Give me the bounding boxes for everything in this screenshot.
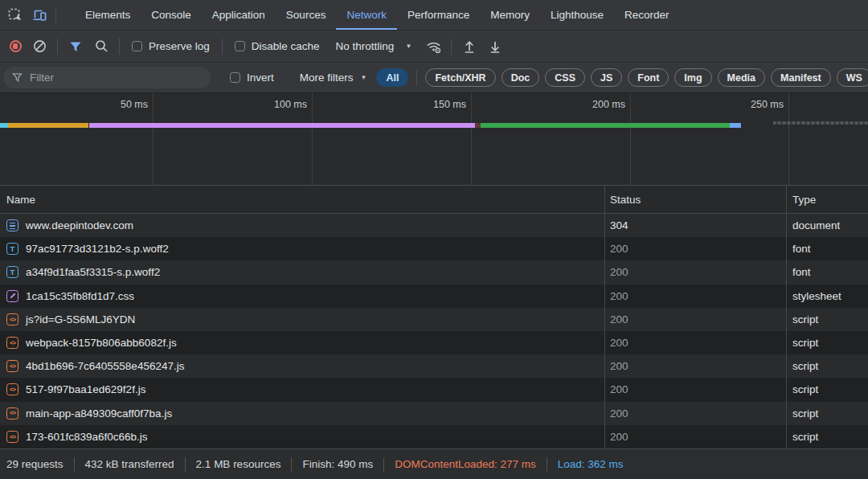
- table-row[interactable]: <>173-601fc839a6f0c66b.js200script: [0, 425, 868, 448]
- column-header-name[interactable]: Name: [0, 186, 604, 213]
- device-toolbar-button[interactable]: [27, 0, 51, 30]
- tab-sources[interactable]: Sources: [276, 0, 337, 30]
- tab-performance[interactable]: Performance: [397, 0, 480, 30]
- timeline-tick-label: 100 ms: [243, 99, 307, 110]
- network-conditions-button[interactable]: [421, 38, 445, 55]
- status-cell: 200: [604, 378, 786, 401]
- tab-console[interactable]: Console: [141, 0, 202, 30]
- status-cell: 200: [604, 354, 786, 378]
- table-rows: www.deepintodev.com304documentT97ac91773…: [0, 214, 868, 448]
- divider: [57, 39, 58, 55]
- status-cell: 200: [604, 237, 786, 260]
- table-row[interactable]: <>webpack-8157b806abb6082f.js200script: [0, 331, 868, 354]
- download-icon: [487, 39, 503, 55]
- status-cell: 200: [604, 402, 786, 425]
- type-cell: script: [786, 425, 868, 448]
- invert-toggle[interactable]: Invert: [230, 72, 274, 84]
- timeline-bar-segment: [481, 123, 730, 128]
- tab-recorder[interactable]: Recorder: [614, 0, 680, 30]
- name-cell: <>main-app-a849309caff0f7ba.js: [0, 402, 604, 425]
- filter-pill-fetch-xhr[interactable]: Fetch/XHR: [425, 68, 495, 87]
- name-cell: 1ca15c35fb8fd1d7.css: [0, 285, 604, 308]
- throttling-select[interactable]: No throttling ▼: [328, 40, 420, 52]
- table-row[interactable]: www.deepintodev.com304document: [0, 214, 868, 237]
- type-cell: font: [786, 260, 868, 284]
- tab-application[interactable]: Application: [202, 0, 276, 30]
- record-network-log-button[interactable]: [5, 36, 26, 57]
- timeline-gridline: [630, 93, 631, 185]
- divider: [547, 457, 547, 472]
- stylesheet-icon: [6, 290, 18, 302]
- invert-checkbox[interactable]: [230, 72, 240, 83]
- column-header-type[interactable]: Type: [786, 186, 868, 213]
- preserve-log-checkbox[interactable]: [132, 41, 142, 51]
- funnel-small-icon: [11, 72, 23, 84]
- filter-input-container[interactable]: [3, 67, 211, 88]
- requests-table: NameStatusType www.deepintodev.com304doc…: [0, 186, 868, 448]
- filter-pill-css[interactable]: CSS: [545, 68, 585, 87]
- filter-pill-doc[interactable]: Doc: [502, 68, 540, 87]
- filter-pill-js[interactable]: JS: [591, 68, 622, 87]
- status-cell: 200: [604, 285, 786, 308]
- filter-pill-ws[interactable]: WS: [837, 68, 868, 87]
- divider: [55, 7, 56, 23]
- search-button[interactable]: [89, 39, 113, 54]
- type-cell: script: [786, 378, 868, 401]
- devtools-window: ElementsConsoleApplicationSourcesNetwork…: [0, 0, 868, 479]
- script-icon: <>: [6, 431, 18, 443]
- name-cell: www.deepintodev.com: [0, 214, 604, 237]
- network-status-bar: 29 requests432 kB transferred2.1 MB reso…: [0, 448, 868, 479]
- table-row[interactable]: <>4bd1b696-7c6405558e456247.js200script: [0, 354, 868, 378]
- record-icon: [10, 40, 22, 52]
- filter-row: Invert More filters ▼ AllFetch/XHRDocCSS…: [0, 63, 868, 93]
- table-row[interactable]: <>main-app-a849309caff0f7ba.js200script: [0, 402, 868, 425]
- search-icon: [94, 39, 109, 54]
- table-row[interactable]: T97ac91773d3121b2-s.p.woff2200font: [0, 237, 868, 260]
- status-cell: 304: [604, 214, 786, 237]
- status-bar-item: DOMContentLoaded: 277 ms: [395, 458, 536, 470]
- script-icon: <>: [6, 337, 18, 349]
- script-icon: <>: [6, 407, 18, 420]
- filter-pill-media[interactable]: Media: [718, 68, 765, 87]
- table-row[interactable]: <>517-9f97baa1ed629f2f.js200script: [0, 378, 868, 401]
- import-har-button[interactable]: [457, 39, 481, 55]
- filter-pill-manifest[interactable]: Manifest: [771, 68, 831, 87]
- chevron-down-icon: ▼: [361, 74, 367, 81]
- tab-memory[interactable]: Memory: [480, 0, 540, 30]
- table-row[interactable]: <>js?id=G-5S6MLJ6YDN200script: [0, 308, 868, 331]
- export-har-button[interactable]: [483, 39, 507, 55]
- upload-icon: [461, 39, 477, 55]
- script-icon: <>: [6, 313, 18, 325]
- font-icon: T: [6, 243, 18, 255]
- tab-elements[interactable]: Elements: [75, 0, 141, 30]
- timeline-bar-segment: [475, 123, 481, 128]
- tab-lighthouse[interactable]: Lighthouse: [540, 0, 614, 30]
- filter-pill-all[interactable]: All: [376, 68, 408, 87]
- inspect-element-button[interactable]: [3, 0, 27, 30]
- timeline-gridline: [788, 93, 789, 185]
- type-cell: script: [786, 402, 868, 425]
- status-cell: 200: [604, 425, 786, 448]
- resource-type-filter-pills: AllFetch/XHRDocCSSJSFontImgMediaManifest…: [376, 68, 868, 87]
- network-overview[interactable]: 50 ms100 ms150 ms200 ms250 ms: [0, 93, 868, 186]
- filter-pill-font[interactable]: Font: [628, 68, 669, 87]
- clear-network-log-button[interactable]: [27, 39, 51, 54]
- divider: [222, 39, 223, 55]
- status-bar-item: 2.1 MB resources: [196, 458, 281, 470]
- filter-input[interactable]: [30, 72, 190, 84]
- filter-pill-img[interactable]: Img: [674, 68, 711, 87]
- preserve-log-label: Preserve log: [149, 40, 210, 52]
- chevron-down-icon: ▼: [405, 43, 411, 50]
- table-row[interactable]: 1ca15c35fb8fd1d7.css200stylesheet: [0, 285, 868, 308]
- disable-cache-checkbox[interactable]: [235, 41, 245, 51]
- preserve-log-toggle[interactable]: Preserve log: [125, 40, 216, 52]
- tab-network[interactable]: Network: [336, 0, 397, 30]
- disable-cache-toggle[interactable]: Disable cache: [228, 40, 326, 52]
- font-icon: T: [6, 266, 18, 278]
- table-row[interactable]: Ta34f9d1faa5f3315-s.p.woff2200font: [0, 260, 868, 284]
- filter-toggle-button[interactable]: [63, 39, 88, 54]
- more-filters-dropdown[interactable]: More filters ▼: [290, 72, 377, 84]
- timeline-tick-label: 250 ms: [719, 99, 784, 110]
- column-header-status[interactable]: Status: [604, 186, 786, 213]
- status-bar-item: Load: 362 ms: [558, 458, 624, 470]
